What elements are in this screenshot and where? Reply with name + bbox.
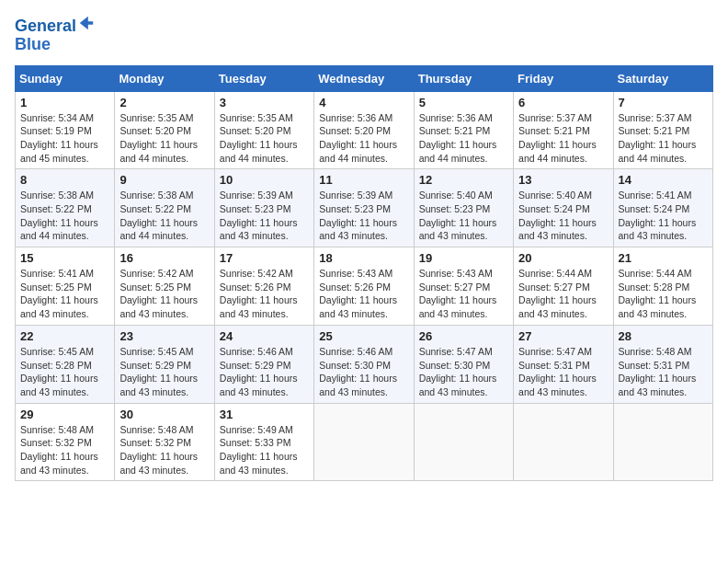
day-info: Sunrise: 5:47 AMSunset: 5:30 PMDaylight:…	[419, 345, 508, 399]
calendar-week-row: 8Sunrise: 5:38 AMSunset: 5:22 PMDaylight…	[16, 169, 713, 247]
day-info: Sunrise: 5:44 AMSunset: 5:28 PMDaylight:…	[619, 267, 708, 321]
day-info: Sunrise: 5:49 AMSunset: 5:33 PMDaylight:…	[220, 423, 309, 477]
day-number: 5	[419, 96, 508, 109]
day-info: Sunrise: 5:34 AMSunset: 5:19 PMDaylight:…	[20, 111, 109, 166]
calendar-day-cell: 31Sunrise: 5:49 AMSunset: 5:33 PMDayligh…	[214, 403, 313, 481]
day-number: 21	[619, 251, 708, 265]
calendar-day-cell	[514, 403, 613, 481]
calendar-day-cell: 14Sunrise: 5:41 AMSunset: 5:24 PMDayligh…	[613, 169, 712, 247]
calendar-day-cell: 27Sunrise: 5:47 AMSunset: 5:31 PMDayligh…	[514, 325, 613, 403]
calendar-day-cell: 11Sunrise: 5:39 AMSunset: 5:23 PMDayligh…	[314, 169, 414, 247]
day-number: 30	[119, 408, 209, 421]
day-number: 23	[119, 329, 209, 343]
day-info: Sunrise: 5:39 AMSunset: 5:23 PMDaylight:…	[220, 189, 309, 243]
calendar-day-cell	[613, 403, 712, 481]
calendar-day-cell: 3Sunrise: 5:35 AMSunset: 5:20 PMDaylight…	[214, 91, 313, 169]
day-number: 26	[419, 329, 508, 343]
day-number: 28	[619, 329, 708, 343]
day-info: Sunrise: 5:47 AMSunset: 5:31 PMDaylight:…	[518, 345, 608, 399]
day-info: Sunrise: 5:35 AMSunset: 5:20 PMDaylight:…	[220, 111, 309, 166]
day-info: Sunrise: 5:42 AMSunset: 5:26 PMDaylight:…	[220, 267, 309, 321]
calendar-day-cell: 21Sunrise: 5:44 AMSunset: 5:28 PMDayligh…	[613, 247, 712, 326]
calendar-day-cell: 4Sunrise: 5:36 AMSunset: 5:20 PMDaylight…	[314, 91, 414, 169]
logo: General Blue	[15, 15, 95, 54]
calendar-day-cell: 1Sunrise: 5:34 AMSunset: 5:19 PMDaylight…	[16, 91, 115, 169]
page-header: General Blue	[15, 15, 713, 54]
calendar-header-thursday: Thursday	[414, 65, 513, 91]
calendar-header-sunday: Sunday	[16, 65, 115, 91]
calendar-day-cell: 12Sunrise: 5:40 AMSunset: 5:23 PMDayligh…	[414, 169, 513, 247]
day-info: Sunrise: 5:43 AMSunset: 5:26 PMDaylight:…	[319, 267, 408, 321]
day-info: Sunrise: 5:41 AMSunset: 5:24 PMDaylight:…	[619, 189, 708, 243]
calendar-day-cell: 25Sunrise: 5:46 AMSunset: 5:30 PMDayligh…	[314, 325, 414, 403]
day-number: 22	[20, 329, 109, 343]
calendar-day-cell: 7Sunrise: 5:37 AMSunset: 5:21 PMDaylight…	[613, 91, 712, 169]
day-number: 2	[119, 96, 209, 109]
day-info: Sunrise: 5:35 AMSunset: 5:20 PMDaylight:…	[119, 111, 209, 166]
calendar-day-cell: 2Sunrise: 5:35 AMSunset: 5:20 PMDaylight…	[115, 91, 214, 169]
calendar-day-cell: 28Sunrise: 5:48 AMSunset: 5:31 PMDayligh…	[613, 325, 712, 403]
calendar-week-row: 29Sunrise: 5:48 AMSunset: 5:32 PMDayligh…	[16, 403, 713, 481]
calendar-week-row: 1Sunrise: 5:34 AMSunset: 5:19 PMDaylight…	[16, 91, 713, 169]
calendar-day-cell: 18Sunrise: 5:43 AMSunset: 5:26 PMDayligh…	[314, 247, 414, 326]
day-number: 24	[220, 329, 309, 343]
day-info: Sunrise: 5:43 AMSunset: 5:27 PMDaylight:…	[419, 267, 508, 321]
day-number: 15	[20, 251, 109, 265]
day-number: 10	[220, 173, 309, 187]
calendar-header-saturday: Saturday	[613, 65, 712, 91]
day-info: Sunrise: 5:37 AMSunset: 5:21 PMDaylight:…	[619, 111, 708, 166]
day-info: Sunrise: 5:46 AMSunset: 5:30 PMDaylight:…	[319, 345, 408, 399]
day-number: 6	[518, 96, 608, 109]
day-number: 11	[319, 173, 408, 187]
calendar-day-cell	[314, 403, 414, 481]
calendar-day-cell: 26Sunrise: 5:47 AMSunset: 5:30 PMDayligh…	[414, 325, 513, 403]
day-info: Sunrise: 5:46 AMSunset: 5:29 PMDaylight:…	[220, 345, 309, 399]
calendar-day-cell: 29Sunrise: 5:48 AMSunset: 5:32 PMDayligh…	[16, 403, 115, 481]
day-number: 3	[220, 96, 309, 109]
logo-text: General	[15, 15, 95, 36]
day-info: Sunrise: 5:38 AMSunset: 5:22 PMDaylight:…	[119, 189, 209, 243]
calendar-day-cell: 19Sunrise: 5:43 AMSunset: 5:27 PMDayligh…	[414, 247, 513, 326]
svg-marker-0	[80, 17, 93, 29]
calendar-day-cell: 30Sunrise: 5:48 AMSunset: 5:32 PMDayligh…	[115, 403, 214, 481]
day-number: 16	[119, 251, 209, 265]
calendar-header-monday: Monday	[115, 65, 214, 91]
calendar-day-cell: 6Sunrise: 5:37 AMSunset: 5:21 PMDaylight…	[514, 91, 613, 169]
day-number: 17	[220, 251, 309, 265]
day-info: Sunrise: 5:40 AMSunset: 5:23 PMDaylight:…	[419, 189, 508, 243]
day-info: Sunrise: 5:44 AMSunset: 5:27 PMDaylight:…	[518, 267, 608, 321]
day-info: Sunrise: 5:45 AMSunset: 5:29 PMDaylight:…	[119, 345, 209, 399]
calendar-header-tuesday: Tuesday	[214, 65, 313, 91]
calendar-header-friday: Friday	[514, 65, 613, 91]
calendar-day-cell: 17Sunrise: 5:42 AMSunset: 5:26 PMDayligh…	[214, 247, 313, 326]
day-number: 19	[419, 251, 508, 265]
calendar-week-row: 22Sunrise: 5:45 AMSunset: 5:28 PMDayligh…	[16, 325, 713, 403]
day-number: 31	[220, 408, 309, 421]
day-number: 8	[20, 173, 109, 187]
calendar-day-cell: 9Sunrise: 5:38 AMSunset: 5:22 PMDaylight…	[115, 169, 214, 247]
day-number: 29	[20, 408, 109, 421]
day-number: 9	[119, 173, 209, 187]
calendar-week-row: 15Sunrise: 5:41 AMSunset: 5:25 PMDayligh…	[16, 247, 713, 326]
calendar-day-cell: 5Sunrise: 5:36 AMSunset: 5:21 PMDaylight…	[414, 91, 513, 169]
calendar-day-cell: 15Sunrise: 5:41 AMSunset: 5:25 PMDayligh…	[16, 247, 115, 326]
day-number: 1	[20, 96, 109, 109]
day-info: Sunrise: 5:48 AMSunset: 5:31 PMDaylight:…	[619, 345, 708, 399]
logo-arrow-icon	[78, 15, 95, 31]
day-info: Sunrise: 5:48 AMSunset: 5:32 PMDaylight:…	[119, 423, 209, 477]
day-info: Sunrise: 5:36 AMSunset: 5:20 PMDaylight:…	[319, 111, 408, 166]
day-number: 14	[619, 173, 708, 187]
calendar-day-cell: 20Sunrise: 5:44 AMSunset: 5:27 PMDayligh…	[514, 247, 613, 326]
day-info: Sunrise: 5:36 AMSunset: 5:21 PMDaylight:…	[419, 111, 508, 166]
day-info: Sunrise: 5:42 AMSunset: 5:25 PMDaylight:…	[119, 267, 209, 321]
calendar-day-cell: 23Sunrise: 5:45 AMSunset: 5:29 PMDayligh…	[115, 325, 214, 403]
logo-blue-text: Blue	[15, 36, 95, 54]
day-number: 13	[518, 173, 608, 187]
calendar-day-cell: 24Sunrise: 5:46 AMSunset: 5:29 PMDayligh…	[214, 325, 313, 403]
calendar-table: SundayMondayTuesdayWednesdayThursdayFrid…	[15, 65, 713, 482]
day-info: Sunrise: 5:39 AMSunset: 5:23 PMDaylight:…	[319, 189, 408, 243]
day-info: Sunrise: 5:41 AMSunset: 5:25 PMDaylight:…	[20, 267, 109, 321]
calendar-header-row: SundayMondayTuesdayWednesdayThursdayFrid…	[16, 65, 713, 91]
day-number: 25	[319, 329, 408, 343]
day-info: Sunrise: 5:37 AMSunset: 5:21 PMDaylight:…	[518, 111, 608, 166]
